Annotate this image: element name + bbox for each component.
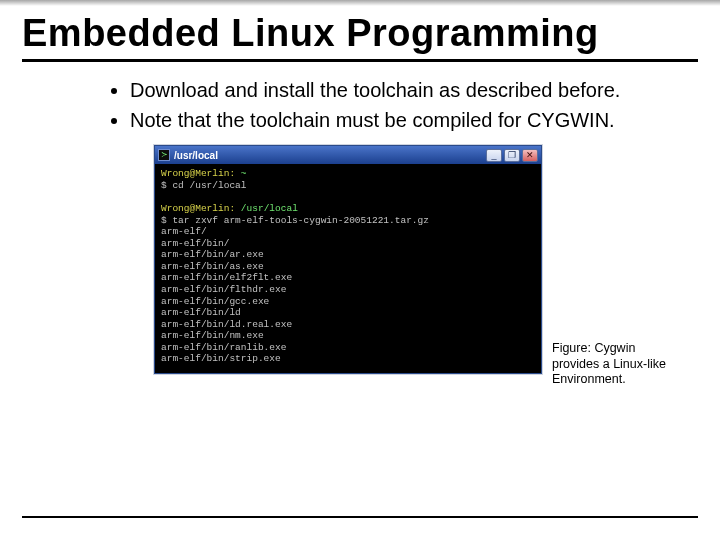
bullet-item: Download and install the toolchain as de… (130, 78, 674, 104)
body: Download and install the toolchain as de… (22, 62, 698, 388)
prompt-path: ~ (235, 168, 246, 179)
close-button[interactable]: ✕ (522, 149, 538, 162)
term-line: arm-elf/bin/ar.exe (161, 249, 264, 260)
term-line: arm-elf/bin/nm.exe (161, 330, 264, 341)
footer-rule (22, 516, 698, 518)
top-shadow (0, 0, 720, 6)
term-line: arm-elf/bin/ranlib.exe (161, 342, 286, 353)
titlebar: ≻ /usr/local _ ❐ ✕ (155, 146, 541, 164)
minimize-button[interactable]: _ (486, 149, 502, 162)
window-buttons: _ ❐ ✕ (486, 149, 538, 162)
term-line: arm-elf/bin/ld.real.exe (161, 319, 292, 330)
terminal-output: Wrong@Merlin: ~ $ cd /usr/local Wrong@Me… (155, 164, 541, 373)
cygwin-window: ≻ /usr/local _ ❐ ✕ Wrong@Merlin: ~ $ cd … (154, 145, 542, 374)
term-line: $ cd /usr/local (161, 180, 247, 191)
terminal-icon: ≻ (158, 149, 170, 161)
title-wrap: Embedded Linux Programming (22, 6, 698, 57)
term-line: $ tar zxvf arm-elf-tools-cygwin-20051221… (161, 215, 429, 226)
term-line: arm-elf/ (161, 226, 207, 237)
term-line: arm-elf/bin/as.exe (161, 261, 264, 272)
window-title: /usr/local (174, 150, 486, 161)
slide: Embedded Linux Programming Download and … (0, 0, 720, 540)
term-line: arm-elf/bin/strip.exe (161, 353, 281, 364)
term-line: arm-elf/bin/elf2flt.exe (161, 272, 292, 283)
prompt-userhost: Wrong@Merlin: (161, 168, 235, 179)
page-title: Embedded Linux Programming (22, 6, 599, 57)
bullet-list: Download and install the toolchain as de… (110, 78, 674, 133)
term-line: arm-elf/bin/flthdr.exe (161, 284, 286, 295)
figure-area: ≻ /usr/local _ ❐ ✕ Wrong@Merlin: ~ $ cd … (110, 145, 674, 388)
prompt-path: /usr/local (235, 203, 298, 214)
term-line: arm-elf/bin/gcc.exe (161, 296, 269, 307)
term-line: arm-elf/bin/ (161, 238, 229, 249)
bullet-item: Note that the toolchain must be compiled… (130, 108, 674, 134)
prompt-userhost: Wrong@Merlin: (161, 203, 235, 214)
term-line: arm-elf/bin/ld (161, 307, 241, 318)
figure-caption: Figure: Cygwin provides a Linux-like Env… (552, 145, 670, 388)
maximize-button[interactable]: ❐ (504, 149, 520, 162)
